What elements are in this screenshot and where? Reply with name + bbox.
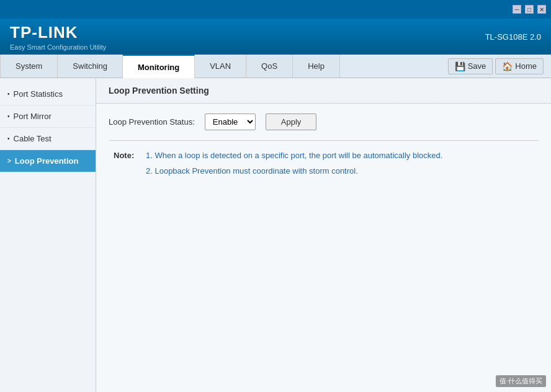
logo: TP-LINK xyxy=(10,23,106,42)
tab-qos[interactable]: QoS xyxy=(246,55,293,78)
minimize-button[interactable]: ─ xyxy=(513,5,521,14)
section-title: Loop Prevention Setting xyxy=(109,86,209,96)
app-subtitle: Easy Smart Configuration Utility xyxy=(10,43,106,51)
note-items: 1. When a loop is detected on a specific… xyxy=(146,151,442,176)
main-layout: • Port Statistics • Port Mirror • Cable … xyxy=(0,78,551,392)
arrow-icon: > xyxy=(7,158,11,164)
sidebar-item-label: Loop Prevention xyxy=(15,156,79,166)
note-label: Note: xyxy=(114,151,138,176)
nav-tabs: System Switching Monitoring VLAN QoS Hel… xyxy=(0,55,340,78)
bullet-icon: • xyxy=(7,135,10,142)
sidebar-item-label: Port Statistics xyxy=(14,89,63,99)
home-button[interactable]: 🏠 Home xyxy=(495,58,544,74)
tab-switching[interactable]: Switching xyxy=(58,55,123,78)
note-item-2: 2. Loopback Prevention must coordinate w… xyxy=(146,166,442,176)
loop-prevention-select[interactable]: Enable Disable xyxy=(205,114,255,130)
form-row: Loop Prevention Status: Enable Disable A… xyxy=(109,114,539,130)
app-header: TP-LINK Easy Smart Configuration Utility… xyxy=(0,19,551,55)
bullet-icon: • xyxy=(7,91,10,97)
loop-prevention-select-wrap[interactable]: Enable Disable xyxy=(205,114,256,130)
bullet-icon: • xyxy=(7,113,10,120)
note-section: Note: 1. When a loop is detected on a sp… xyxy=(109,151,539,176)
apply-button[interactable]: Apply xyxy=(266,114,317,130)
titlebar: ─ □ ✕ xyxy=(0,0,551,19)
nav-bar: System Switching Monitoring VLAN QoS Hel… xyxy=(0,55,551,78)
nav-actions: 💾 Save 🏠 Home xyxy=(448,55,551,78)
loop-prevention-status-label: Loop Prevention Status: xyxy=(109,117,195,127)
save-label: Save xyxy=(468,61,486,71)
divider xyxy=(109,140,539,141)
close-button[interactable]: ✕ xyxy=(537,5,546,14)
home-icon: 🏠 xyxy=(502,61,513,71)
sidebar-item-port-statistics[interactable]: • Port Statistics xyxy=(0,83,96,105)
sidebar-item-cable-test[interactable]: • Cable Test xyxy=(0,128,96,150)
tab-system[interactable]: System xyxy=(0,55,58,78)
save-button[interactable]: 💾 Save xyxy=(448,58,493,74)
content-area: Loop Prevention Setting Loop Prevention … xyxy=(96,78,551,392)
maximize-button[interactable]: □ xyxy=(525,5,534,14)
tab-help[interactable]: Help xyxy=(293,55,340,78)
model-label: TL-SG108E 2.0 xyxy=(485,32,541,42)
logo-area: TP-LINK Easy Smart Configuration Utility xyxy=(10,23,106,51)
sidebar-item-loop-prevention[interactable]: > Loop Prevention xyxy=(0,150,96,172)
section-header: Loop Prevention Setting xyxy=(96,78,551,104)
sidebar: • Port Statistics • Port Mirror • Cable … xyxy=(0,78,96,392)
sidebar-item-label: Cable Test xyxy=(14,134,52,143)
content-body: Loop Prevention Status: Enable Disable A… xyxy=(96,104,551,185)
home-label: Home xyxy=(515,61,537,71)
sidebar-item-port-mirror[interactable]: • Port Mirror xyxy=(0,105,96,128)
sidebar-item-label: Port Mirror xyxy=(14,112,52,121)
note-item-1: 1. When a loop is detected on a specific… xyxy=(146,151,442,160)
tab-monitoring[interactable]: Monitoring xyxy=(123,55,195,78)
tab-vlan[interactable]: VLAN xyxy=(195,55,246,78)
watermark: 值·什么值得买 xyxy=(496,375,546,387)
save-icon: 💾 xyxy=(455,61,465,71)
